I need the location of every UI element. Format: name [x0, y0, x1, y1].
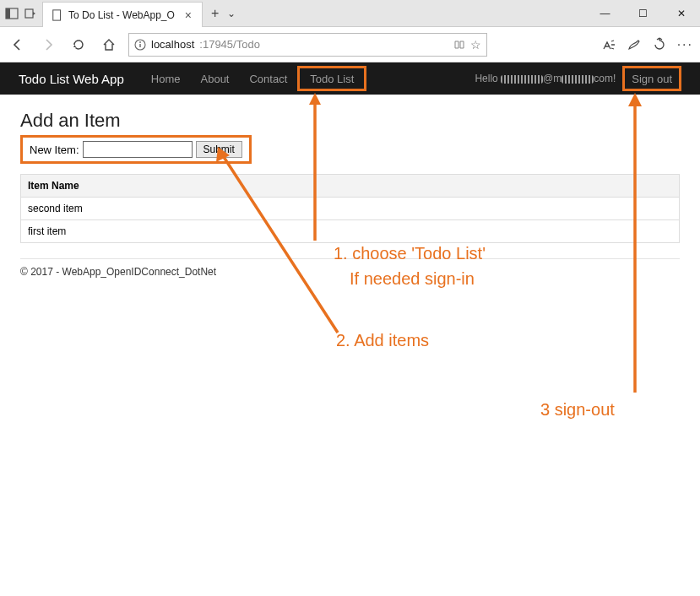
- back-button[interactable]: [7, 34, 29, 56]
- nav-contact[interactable]: Contact: [239, 73, 297, 85]
- window-minimize-button[interactable]: —: [586, 0, 624, 26]
- tab-actions-caret-icon[interactable]: ⌄: [227, 8, 236, 19]
- cell-item-name: second item: [21, 198, 680, 220]
- svg-rect-2: [25, 9, 33, 18]
- annotation-text-3: 3 sign-out: [540, 400, 615, 420]
- nav-about[interactable]: About: [191, 73, 240, 85]
- hub-icon[interactable]: [601, 37, 616, 52]
- page-viewport: Todo List Web App Home About Contact Tod…: [0, 62, 700, 596]
- greeting-prefix: Hello: [475, 73, 501, 84]
- redacted-icon: [501, 75, 543, 84]
- annotation-box-add-form: New Item: Submit: [20, 135, 252, 164]
- page-title: Add an Item: [20, 110, 680, 132]
- set-aside-tabs-icon[interactable]: [24, 7, 37, 20]
- reading-view-icon[interactable]: [453, 39, 465, 51]
- address-rest: :17945/Todo: [199, 38, 260, 51]
- window-close-button[interactable]: ✕: [662, 0, 700, 26]
- annotation-box-todo-nav: Todo List: [297, 66, 366, 91]
- redacted-icon: [562, 75, 594, 84]
- new-item-label: New Item:: [30, 144, 79, 156]
- titlebar-left-icons: [0, 0, 42, 26]
- annotation-box-signout: Sign out: [622, 66, 681, 91]
- browser-tab[interactable]: To Do List - WebApp_O ×: [42, 2, 203, 27]
- page-favicon-icon: [52, 9, 63, 21]
- nav-signout[interactable]: Sign out: [628, 73, 676, 85]
- new-tab-button[interactable]: +: [211, 6, 219, 21]
- site-navbar: Todo List Web App Home About Contact Tod…: [0, 62, 700, 95]
- favorite-star-icon[interactable]: ☆: [470, 38, 481, 51]
- navbar-right: Hello @mcom! Sign out: [475, 66, 681, 91]
- page-content: Add an Item New Item: Submit Item Name s…: [0, 95, 700, 288]
- items-table: Item Name second item first item: [20, 174, 680, 243]
- col-header-item-name: Item Name: [21, 175, 680, 198]
- nav-todo-list[interactable]: Todo List: [300, 73, 364, 85]
- more-icon[interactable]: ···: [677, 37, 693, 52]
- address-bar[interactable]: localhost:17945/Todo ☆: [128, 33, 487, 57]
- tab-title: To Do List - WebApp_O: [68, 9, 178, 21]
- browser-toolbar: localhost:17945/Todo ☆ ···: [0, 27, 700, 62]
- submit-button[interactable]: Submit: [196, 141, 242, 158]
- toolbar-right: ···: [601, 37, 693, 52]
- window-controls: — ☐ ✕: [586, 0, 700, 26]
- greeting-text: Hello @mcom!: [475, 73, 616, 84]
- address-host: localhost: [151, 38, 194, 51]
- notes-icon[interactable]: [627, 37, 642, 52]
- separator: [20, 258, 680, 259]
- nav-home[interactable]: Home: [141, 73, 191, 85]
- table-row: second item: [21, 198, 680, 220]
- greeting-mid: @m: [543, 73, 562, 84]
- refresh-button[interactable]: [68, 34, 90, 56]
- arrow-right-icon: [41, 37, 56, 52]
- arrow-left-icon: [10, 37, 25, 52]
- sidebar-icon[interactable]: [5, 7, 19, 20]
- greeting-suffix: com!: [594, 73, 616, 84]
- svg-rect-6: [139, 44, 140, 47]
- annotation-text-2: 2. Add items: [336, 331, 429, 350]
- tab-close-button[interactable]: ×: [183, 8, 193, 22]
- home-button[interactable]: [98, 34, 120, 56]
- cell-item-name: first item: [21, 220, 680, 243]
- tab-strip-actions: + ⌄: [203, 0, 244, 26]
- footer-text: © 2017 - WebApp_OpenIDConnect_DotNet: [20, 266, 680, 278]
- window-titlebar: To Do List - WebApp_O × + ⌄ — ☐ ✕: [0, 0, 700, 27]
- window-maximize-button[interactable]: ☐: [624, 0, 662, 26]
- svg-rect-3: [53, 9, 61, 19]
- svg-rect-1: [6, 8, 10, 19]
- svg-point-7: [139, 41, 141, 43]
- site-info-icon[interactable]: [134, 39, 146, 51]
- forward-button[interactable]: [37, 34, 59, 56]
- brand[interactable]: Todo List Web App: [19, 72, 124, 86]
- home-icon: [101, 37, 117, 52]
- refresh-icon: [71, 37, 86, 52]
- table-row: first item: [21, 220, 680, 243]
- new-item-input[interactable]: [83, 141, 193, 158]
- svg-marker-4: [73, 45, 76, 47]
- share-icon[interactable]: [652, 37, 667, 52]
